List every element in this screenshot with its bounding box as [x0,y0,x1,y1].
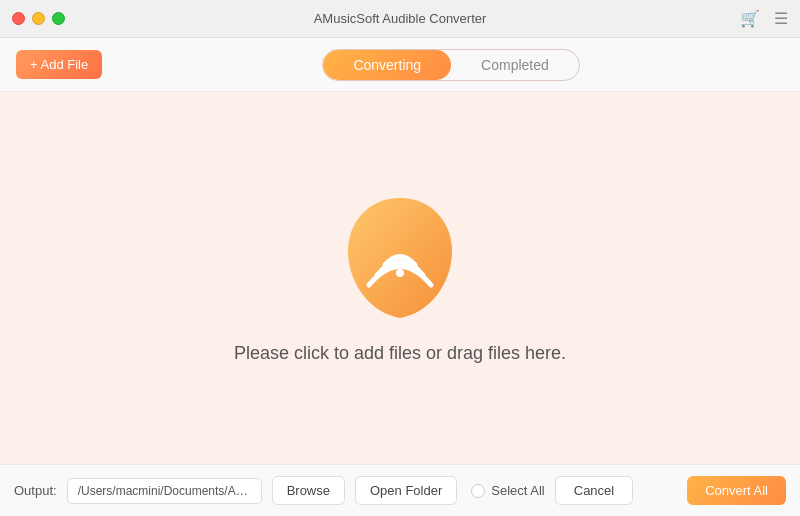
window-title: AMusicSoft Audible Converter [314,11,487,26]
empty-state-message: Please click to add files or drag files … [234,343,566,364]
traffic-lights [12,12,65,25]
title-bar-icons: 🛒 ☰ [740,9,788,28]
app-logo [335,193,465,323]
convert-all-button[interactable]: Convert All [687,476,786,505]
bottom-bar: Output: /Users/macmini/Documents/AMusicS… [0,464,800,516]
output-label: Output: [14,483,57,498]
cancel-button[interactable]: Cancel [555,476,633,505]
menu-icon[interactable]: ☰ [774,9,788,28]
close-button[interactable] [12,12,25,25]
tab-completed[interactable]: Completed [451,50,579,80]
output-path[interactable]: /Users/macmini/Documents/AMusicSoft Aud [67,478,262,504]
maximize-button[interactable] [52,12,65,25]
add-file-button[interactable]: + Add File [16,50,102,79]
title-bar: AMusicSoft Audible Converter 🛒 ☰ [0,0,800,38]
tab-group: Converting Completed [322,49,579,81]
minimize-button[interactable] [32,12,45,25]
browse-button[interactable]: Browse [272,476,345,505]
open-folder-button[interactable]: Open Folder [355,476,457,505]
drop-zone[interactable]: Please click to add files or drag files … [0,92,800,464]
toolbar: + Add File Converting Completed [0,38,800,92]
select-all-area: Select All [471,483,544,498]
tab-converting[interactable]: Converting [323,50,451,80]
cart-icon[interactable]: 🛒 [740,9,760,28]
select-all-radio[interactable] [471,484,485,498]
select-all-label[interactable]: Select All [491,483,544,498]
svg-point-0 [396,269,404,277]
